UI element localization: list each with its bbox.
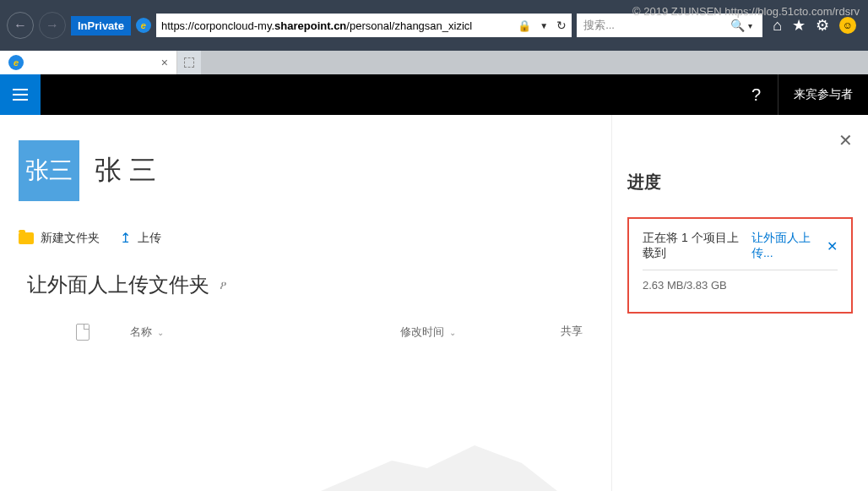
profile: 张三 张 三 <box>0 140 611 201</box>
refresh-icon[interactable]: ↻ <box>556 19 567 32</box>
tab-close-icon[interactable]: × <box>161 56 168 69</box>
ie-icon: e <box>136 18 151 33</box>
upload-icon: ↥ <box>120 230 131 246</box>
search-placeholder: 搜索... <box>583 18 730 33</box>
progress-panel: ✕ 进度 正在将 1 个项目上载到 让外面人上传... ✕ 2.63 MB/3.… <box>611 115 868 491</box>
favorites-icon[interactable]: ★ <box>792 16 806 35</box>
file-type-icon <box>76 324 90 341</box>
app-header: ? 来宾参与者 <box>0 74 868 115</box>
close-panel-button[interactable]: ✕ <box>838 130 853 150</box>
folder-icon <box>19 232 34 244</box>
file-area: 张三 张 三 新建文件夹 ↥ 上传 让外面人上传文件夹 ዖ 名称⌄ 修改时间⌄ … <box>0 115 611 491</box>
username: 张 三 <box>95 152 156 189</box>
upload-label: 上传 <box>138 231 161 246</box>
watermark: © 2019 ZJUNSEN https://blog.51cto.com/rd… <box>632 5 860 18</box>
progress-size: 2.63 MB/3.83 GB <box>643 279 838 292</box>
new-folder-label: 新建文件夹 <box>41 231 100 246</box>
sort-icon: ⌄ <box>449 328 456 337</box>
new-folder-button[interactable]: 新建文件夹 <box>19 230 100 246</box>
search-icon[interactable]: 🔍 <box>730 19 745 32</box>
tab-favicon-icon: e <box>8 55 24 70</box>
share-folder-icon[interactable]: ዖ <box>220 278 227 292</box>
forward-button[interactable]: → <box>39 12 66 39</box>
back-button[interactable]: ← <box>7 12 34 39</box>
folder-title: 让外面人上传文件夹 ዖ <box>0 256 611 298</box>
browser-icons: ⌂ ★ ⚙ ☺ <box>768 16 861 35</box>
feedback-icon[interactable]: ☺ <box>839 17 856 34</box>
file-list-header: 名称⌄ 修改时间⌄ 共享 <box>0 298 611 349</box>
guest-role-label[interactable]: 来宾参与者 <box>778 74 868 115</box>
browser-tab[interactable]: e × <box>0 51 177 74</box>
column-name[interactable]: 名称⌄ <box>130 324 366 341</box>
upload-button[interactable]: ↥ 上传 <box>120 230 161 246</box>
column-share[interactable]: 共享 <box>561 324 611 341</box>
column-modified[interactable]: 修改时间⌄ <box>400 324 527 341</box>
new-tab-icon <box>184 57 194 68</box>
panel-title: 进度 <box>627 171 853 194</box>
progress-item: 正在将 1 个项目上载到 让外面人上传... ✕ 2.63 MB/3.83 GB <box>627 217 853 314</box>
settings-icon[interactable]: ⚙ <box>816 16 829 35</box>
search-dropdown-icon[interactable]: ▾ <box>745 21 756 30</box>
tab-bar: e × <box>0 51 868 74</box>
url-text: https://corponcloud-my.sharepoint.cn/per… <box>161 19 513 32</box>
url-dropdown-icon[interactable]: ▼ <box>536 21 551 30</box>
inprivate-badge: InPrivate <box>71 16 131 35</box>
lock-icon: 🔒 <box>518 19 531 32</box>
progress-message: 正在将 1 个项目上载到 <box>643 231 746 261</box>
help-button[interactable]: ? <box>735 85 778 105</box>
address-bar[interactable]: https://corponcloud-my.sharepoint.cn/per… <box>156 14 572 37</box>
avatar: 张三 <box>19 140 79 201</box>
sort-icon: ⌄ <box>157 328 164 337</box>
cancel-upload-button[interactable]: ✕ <box>827 238 838 254</box>
toolbar: 新建文件夹 ↥ 上传 <box>0 201 611 256</box>
new-tab-button[interactable] <box>177 51 201 74</box>
hamburger-icon <box>13 89 28 101</box>
hamburger-menu[interactable] <box>0 74 41 115</box>
divider <box>643 270 838 270</box>
progress-destination-link[interactable]: 让外面人上传... <box>751 231 822 261</box>
main-content: 张三 张 三 新建文件夹 ↥ 上传 让外面人上传文件夹 ዖ 名称⌄ 修改时间⌄ … <box>0 115 868 491</box>
home-icon[interactable]: ⌂ <box>773 17 782 35</box>
empty-state-graphic <box>321 440 557 491</box>
